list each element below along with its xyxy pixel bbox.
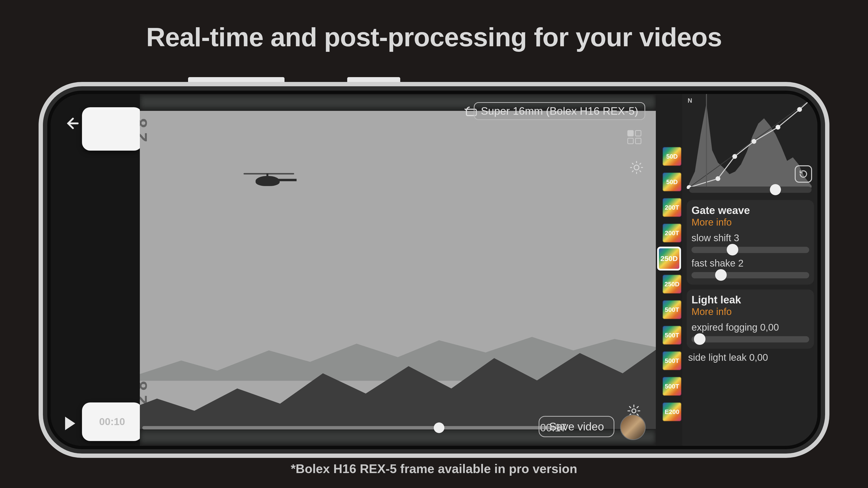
curve-strength-slider[interactable] [689, 187, 812, 193]
histogram-mode-label: N [688, 97, 692, 104]
light-leak-card: Light leak More info expired fogging 0,0… [687, 289, 814, 349]
marketing-headline: Real-time and post-processing for your v… [0, 22, 868, 52]
scene-helicopter [244, 166, 297, 190]
histogram-divider [706, 94, 707, 189]
film-stock-500t-8[interactable]: 500T [662, 351, 681, 370]
play-icon[interactable] [65, 417, 75, 430]
slow-shift-label: slow shift 3 [691, 233, 809, 243]
film-stock-250d-4[interactable]: 250D [658, 248, 680, 269]
film-stock-e200-10[interactable]: E200 [662, 402, 681, 421]
side-light-leak-label: side light leak 0,00 [687, 349, 814, 363]
fast-shake-label: fast shake 2 [691, 258, 809, 269]
clip-time-label: 00:10 [99, 416, 125, 427]
svg-line-6 [632, 163, 633, 164]
clip-thumb-bottom[interactable]: 00:10 [82, 402, 142, 441]
gate-weave-more-info[interactable]: More info [691, 217, 809, 228]
svg-line-9 [640, 163, 641, 164]
scene-mountains [140, 299, 656, 429]
svg-point-10 [632, 409, 636, 413]
svg-point-17 [797, 107, 802, 112]
light-leak-title: Light leak [691, 294, 809, 306]
format-button[interactable]: Super 16mm (Bolex H16 REX-5) [474, 102, 645, 120]
curve-reset-button[interactable] [795, 165, 812, 183]
power-button [347, 77, 400, 82]
film-stock-200t-3[interactable]: 200T [662, 224, 681, 242]
left-rail: 00:10 [51, 94, 140, 446]
film-stock-500t-9[interactable]: 500T [662, 377, 681, 396]
expired-fogging-label: expired fogging 0,00 [691, 322, 809, 333]
expired-fogging-slider[interactable] [691, 336, 809, 343]
svg-point-14 [732, 154, 737, 159]
svg-line-7 [640, 171, 641, 172]
film-stock-50d-0[interactable]: 50D [662, 147, 681, 166]
video-preview[interactable]: 2 8 2 8 Super 16mm (Bolex H16 REX-5) [140, 94, 656, 446]
back-icon[interactable] [63, 115, 79, 133]
save-video-label: Save video [549, 420, 604, 433]
format-label: Super 16mm (Bolex H16 REX-5) [481, 105, 638, 117]
brightness-icon[interactable] [629, 160, 643, 174]
gate-weave-card: Gate weave More info slow shift 3 fast s… [687, 200, 814, 285]
curve-strength-knob[interactable] [770, 184, 781, 195]
grid-toggle-icon[interactable] [627, 130, 641, 144]
light-leak-more-info[interactable]: More info [691, 306, 809, 317]
film-stock-500t-6[interactable]: 500T [662, 300, 681, 319]
profile-thumbnail[interactable] [620, 415, 646, 440]
playback-thumb[interactable] [434, 422, 444, 433]
gate-weave-title: Gate weave [691, 204, 809, 217]
histogram-panel: N [687, 94, 814, 195]
playback-track[interactable] [142, 426, 564, 429]
film-stock-strip: 50D50D200T200T250D250D500T500T500T500TE2… [656, 94, 682, 446]
svg-point-13 [716, 176, 720, 181]
svg-line-8 [632, 171, 633, 172]
fast-shake-slider[interactable] [691, 272, 809, 278]
volume-button [188, 77, 284, 82]
app-screen: 00:10 2 8 2 8 [51, 94, 817, 446]
svg-point-15 [751, 139, 756, 144]
film-stock-200t-2[interactable]: 200T [662, 198, 681, 217]
marketing-footnote: *Bolex H16 REX-5 frame available in pro … [0, 461, 868, 476]
svg-point-1 [634, 165, 639, 170]
film-stock-250d-5[interactable]: 250D [662, 275, 681, 294]
svg-point-18 [809, 97, 814, 101]
film-stock-500t-7[interactable]: 500T [662, 326, 681, 345]
slow-shift-slider[interactable] [691, 247, 809, 253]
film-stock-50d-1[interactable]: 50D [662, 172, 681, 191]
effects-panel: N Gate weave More info slow shift 3 [682, 94, 817, 446]
phone-frame: 00:10 2 8 2 8 [38, 82, 830, 458]
svg-point-16 [776, 125, 780, 130]
save-video-button[interactable]: Save video [539, 416, 614, 437]
clip-thumb-top[interactable] [82, 107, 142, 151]
